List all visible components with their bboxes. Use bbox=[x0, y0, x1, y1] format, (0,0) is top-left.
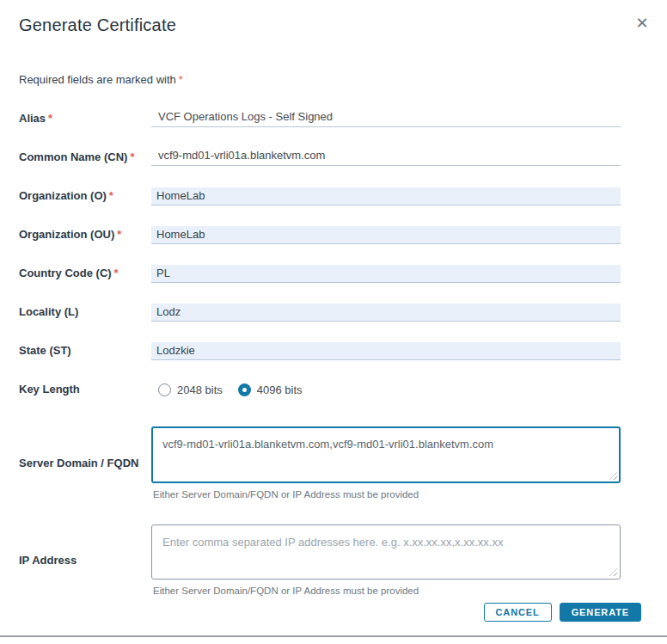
required-asterisk: * bbox=[117, 228, 121, 241]
dialog-footer: CANCEL GENERATE bbox=[484, 603, 641, 622]
required-asterisk: * bbox=[130, 150, 134, 163]
radio-option-4096-bits[interactable]: 4096 bits bbox=[238, 383, 303, 396]
radio-2048-label: 2048 bits bbox=[177, 383, 223, 396]
organization-o-input[interactable] bbox=[151, 187, 621, 205]
server-domain-label: Server Domain / FQDN bbox=[0, 455, 151, 472]
ip-address-label: IP Address bbox=[0, 552, 151, 569]
organization-o-label: Organization (O)* bbox=[0, 187, 151, 205]
locality-label: Locality (L) bbox=[0, 304, 151, 321]
ip-address-textarea-wrap bbox=[151, 524, 621, 580]
alias-input[interactable] bbox=[151, 110, 621, 127]
dialog-header: Generate Certificate ✕ bbox=[0, 0, 667, 35]
organization-ou-input[interactable] bbox=[151, 226, 621, 244]
form-row-common-name: Common Name (CN)* bbox=[0, 149, 667, 166]
form-row-organization-ou: Organization (OU)* bbox=[0, 226, 667, 244]
required-fields-note: Required fields are marked with* bbox=[19, 73, 667, 86]
close-icon[interactable]: ✕ bbox=[631, 12, 653, 34]
server-domain-textarea[interactable] bbox=[151, 426, 621, 483]
required-asterisk: * bbox=[114, 267, 119, 279]
radio-unchecked-icon[interactable] bbox=[158, 383, 171, 396]
state-label: State (ST) bbox=[0, 342, 151, 359]
form-row-ip-address: IP Address Either Server Domain/FQDN or … bbox=[0, 524, 667, 596]
form-row-locality: Locality (L) bbox=[0, 304, 667, 322]
country-code-label: Country Code (C)* bbox=[0, 265, 151, 282]
form-row-country-code: Country Code (C)* bbox=[0, 265, 667, 283]
common-name-label: Common Name (CN)* bbox=[0, 149, 151, 166]
form-row-alias: Alias* bbox=[0, 110, 667, 127]
form-row-key-length: Key Length 2048 bits 4096 bits bbox=[0, 381, 667, 398]
key-length-radio-group: 2048 bits 4096 bits bbox=[151, 383, 621, 396]
required-asterisk: * bbox=[179, 73, 183, 86]
ip-address-helper-text: Either Server Domain/FQDN or IP Address … bbox=[153, 586, 621, 596]
key-length-label: Key Length bbox=[0, 381, 151, 398]
generate-button[interactable]: GENERATE bbox=[560, 603, 641, 622]
country-code-input[interactable] bbox=[151, 265, 621, 283]
organization-ou-label: Organization (OU)* bbox=[0, 226, 151, 243]
alias-label: Alias* bbox=[0, 110, 151, 127]
radio-4096-label: 4096 bits bbox=[257, 383, 303, 396]
locality-input[interactable] bbox=[151, 304, 621, 322]
server-domain-textarea-wrap bbox=[151, 426, 621, 483]
form-row-state: State (ST) bbox=[0, 342, 667, 360]
server-domain-helper-text: Either Server Domain/FQDN or IP Address … bbox=[153, 489, 621, 500]
state-input[interactable] bbox=[151, 342, 621, 360]
certificate-form: Alias* Common Name (CN)* Organization (O… bbox=[0, 110, 667, 596]
ip-address-textarea[interactable] bbox=[151, 524, 621, 580]
cancel-button[interactable]: CANCEL bbox=[484, 603, 552, 622]
dialog-title: Generate Certificate bbox=[19, 15, 648, 35]
generate-certificate-dialog: Generate Certificate ✕ Required fields a… bbox=[0, 0, 667, 637]
form-row-organization-o: Organization (O)* bbox=[0, 187, 667, 205]
common-name-input[interactable] bbox=[151, 149, 621, 166]
required-asterisk: * bbox=[48, 112, 52, 125]
required-asterisk: * bbox=[109, 189, 113, 202]
radio-checked-icon[interactable] bbox=[238, 383, 251, 396]
form-row-server-domain: Server Domain / FQDN Either Server Domai… bbox=[0, 426, 667, 500]
radio-option-2048-bits[interactable]: 2048 bits bbox=[158, 383, 223, 396]
